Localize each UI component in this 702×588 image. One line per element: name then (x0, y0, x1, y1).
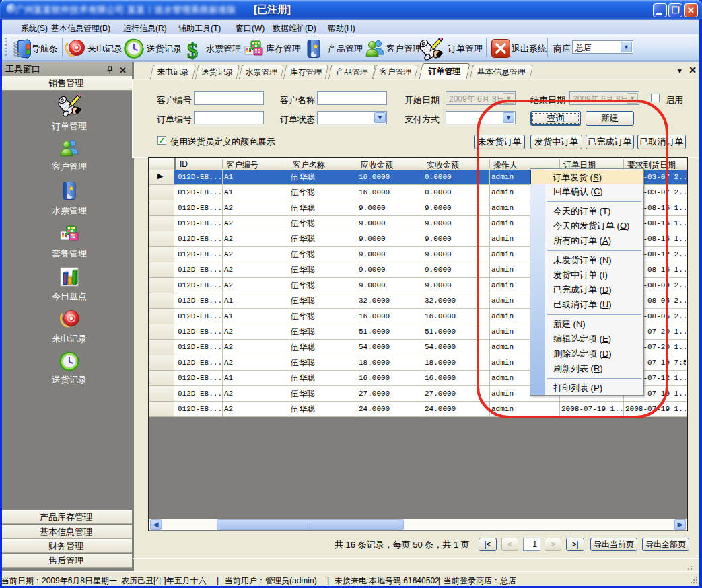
svg-text:$: $ (187, 38, 198, 63)
